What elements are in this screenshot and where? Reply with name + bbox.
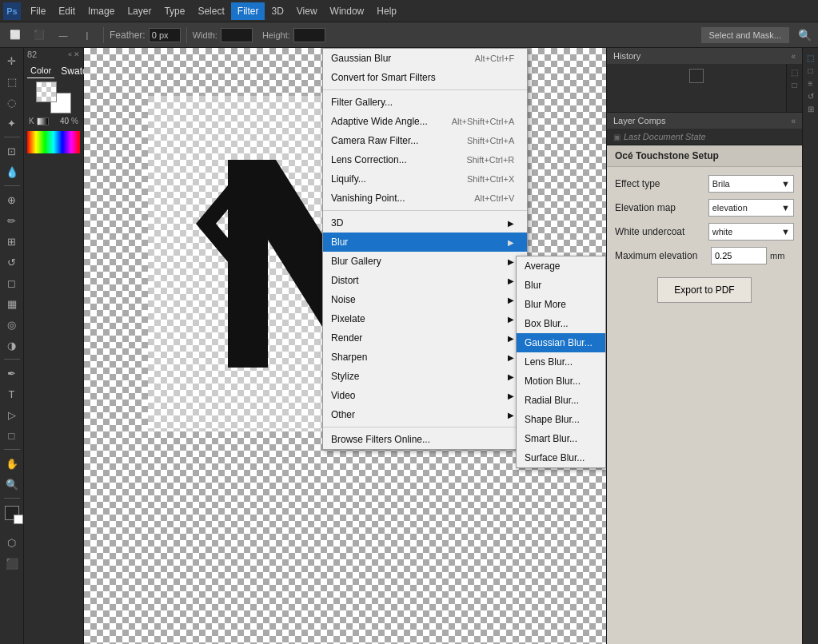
gradient-tool[interactable]: ▦ bbox=[2, 294, 22, 313]
width-input[interactable] bbox=[221, 28, 253, 42]
menu-layer[interactable]: Layer bbox=[121, 2, 158, 20]
menu-lens-correction[interactable]: Lens Correction... Shift+Ctrl+R bbox=[323, 150, 527, 169]
text-tool[interactable]: T bbox=[2, 384, 22, 403]
select-mask-button[interactable]: Select and Mask... bbox=[701, 27, 790, 43]
menu-3d-item[interactable]: 3D ▶ bbox=[323, 213, 527, 233]
oce-max-elevation-input[interactable] bbox=[711, 247, 767, 264]
blur-motion[interactable]: Motion Blur... bbox=[517, 372, 605, 391]
menu-view[interactable]: View bbox=[290, 2, 324, 20]
healing-tool[interactable]: ⊕ bbox=[2, 190, 22, 209]
color-gradient[interactable] bbox=[27, 131, 80, 153]
selection-tool[interactable]: ⬚ bbox=[2, 72, 22, 91]
magic-wand-tool[interactable]: ✦ bbox=[2, 113, 22, 133]
pen-tool[interactable]: ✒ bbox=[2, 364, 22, 383]
panel-close[interactable]: ✕ bbox=[74, 50, 80, 58]
oce-elevation-map-select[interactable]: elevation ▼ bbox=[708, 199, 794, 217]
mini-panel-btn2[interactable]: □ bbox=[804, 64, 817, 77]
menu-sharpen-item[interactable]: Sharpen ▶ bbox=[323, 348, 527, 367]
menu-liquify[interactable]: Liquify... Shift+Ctrl+X bbox=[323, 169, 527, 189]
mini-panel-btn4[interactable]: ↺ bbox=[804, 89, 817, 102]
history-brush-tool[interactable]: ↺ bbox=[2, 252, 22, 272]
oce-white-undercoat-select[interactable]: white ▼ bbox=[708, 223, 794, 241]
move-tool[interactable]: ✛ bbox=[2, 51, 22, 70]
single-col-tool[interactable]: | bbox=[77, 26, 98, 44]
feather-field: Feather: bbox=[110, 28, 181, 42]
menu-image[interactable]: Image bbox=[82, 2, 121, 20]
screen-mode-btn[interactable]: ⬛ bbox=[2, 554, 22, 573]
menu-distort-item[interactable]: Distort ▶ bbox=[323, 271, 527, 290]
blur-gaussian[interactable]: Gaussian Blur... bbox=[517, 333, 605, 352]
blur-smart[interactable]: Smart Blur... bbox=[517, 429, 605, 448]
mini-panel-btn5[interactable]: ⊞ bbox=[804, 102, 817, 115]
menu-convert-smart[interactable]: Convert for Smart Filters bbox=[323, 68, 527, 87]
blur-more[interactable]: Blur More bbox=[517, 295, 605, 314]
menu-render-item[interactable]: Render ▶ bbox=[323, 328, 527, 348]
dodge-tool[interactable]: ◑ bbox=[2, 336, 22, 355]
panel-collapse-left[interactable]: « bbox=[68, 50, 72, 58]
brush-tool[interactable]: ✏ bbox=[2, 211, 22, 230]
rect-select-tool[interactable]: ⬜ bbox=[5, 26, 26, 44]
quick-mask-btn[interactable]: ⬡ bbox=[2, 533, 22, 552]
hand-tool[interactable]: ✋ bbox=[2, 454, 22, 473]
height-input[interactable] bbox=[293, 28, 325, 42]
ellipse-select-tool[interactable]: ⬛ bbox=[29, 26, 50, 44]
menu-browse-filters[interactable]: Browse Filters Online... bbox=[323, 430, 527, 449]
menu-gaussian-blur-top[interactable]: Gaussian Blur Alt+Ctrl+F bbox=[323, 49, 527, 68]
menu-edit[interactable]: Edit bbox=[52, 2, 82, 20]
menu-camera-raw[interactable]: Camera Raw Filter... Shift+Ctrl+A bbox=[323, 131, 527, 150]
blur-lens[interactable]: Lens Blur... bbox=[517, 352, 605, 372]
menu-stylize-item[interactable]: Stylize ▶ bbox=[323, 367, 527, 386]
mini-panel-btn1[interactable]: ⬚ bbox=[804, 51, 817, 64]
blur-tool[interactable]: ◎ bbox=[2, 315, 22, 334]
menu-type[interactable]: Type bbox=[158, 2, 191, 20]
history-brush-icon[interactable] bbox=[689, 69, 704, 83]
foreground-swatch[interactable] bbox=[36, 81, 57, 102]
menu-3d[interactable]: 3D bbox=[265, 2, 289, 20]
lasso-tool[interactable]: ◌ bbox=[2, 93, 22, 112]
blur-average[interactable]: Average bbox=[517, 256, 605, 276]
menu-blur-item[interactable]: Blur ▶ bbox=[323, 233, 527, 252]
mini-panel-btn3[interactable]: ≡ bbox=[804, 77, 817, 89]
foreground-color-btn[interactable] bbox=[5, 506, 19, 520]
menu-filter-gallery[interactable]: Filter Gallery... bbox=[323, 93, 527, 112]
zoom-tool[interactable]: 🔍 bbox=[2, 475, 22, 494]
menu-other-item[interactable]: Other ▶ bbox=[323, 405, 527, 424]
single-row-tool[interactable]: — bbox=[53, 26, 74, 44]
oce-effect-type-select[interactable]: Brila ▼ bbox=[708, 175, 794, 193]
layer-comp-label: Last Document State bbox=[624, 132, 706, 141]
history-mini-btn2[interactable]: □ bbox=[788, 78, 801, 91]
menu-noise-item[interactable]: Noise ▶ bbox=[323, 290, 527, 309]
shape-tool[interactable]: □ bbox=[2, 426, 22, 445]
blur-surface[interactable]: Surface Blur... bbox=[517, 448, 605, 467]
eyedropper-tool[interactable]: 💧 bbox=[2, 162, 22, 181]
menu-blur-gallery-item[interactable]: Blur Gallery ▶ bbox=[323, 252, 527, 271]
menu-adaptive-wide[interactable]: Adaptive Wide Angle... Alt+Shift+Ctrl+A bbox=[323, 112, 527, 131]
k-slider[interactable] bbox=[37, 117, 49, 125]
layer-comp-item[interactable]: ▣ Last Document State bbox=[607, 129, 802, 145]
menu-select[interactable]: Select bbox=[191, 2, 230, 20]
history-mini-btn1[interactable]: ⬚ bbox=[788, 66, 801, 78]
search-button[interactable]: 🔍 bbox=[796, 26, 813, 44]
menu-vanishing-point[interactable]: Vanishing Point... Alt+Ctrl+V bbox=[323, 189, 527, 208]
feather-input[interactable] bbox=[149, 28, 181, 42]
white-undercoat-chevron: ▼ bbox=[781, 227, 790, 237]
crop-tool[interactable]: ⊡ bbox=[2, 141, 22, 161]
path-select-tool[interactable]: ▷ bbox=[2, 405, 22, 424]
menu-filter[interactable]: Filter bbox=[231, 2, 265, 20]
blur-blur[interactable]: Blur bbox=[517, 276, 605, 295]
blur-box[interactable]: Box Blur... bbox=[517, 314, 605, 333]
layer-comps-collapse[interactable]: « bbox=[791, 117, 796, 125]
eraser-tool[interactable]: ◻ bbox=[2, 273, 22, 292]
history-collapse-btn[interactable]: « bbox=[791, 52, 796, 61]
menu-pixelate-item[interactable]: Pixelate ▶ bbox=[323, 309, 527, 328]
color-tab[interactable]: Color bbox=[27, 64, 54, 78]
clone-tool[interactable]: ⊞ bbox=[2, 232, 22, 251]
export-pdf-button[interactable]: Export to PDF bbox=[657, 277, 751, 303]
blur-shape[interactable]: Shape Blur... bbox=[517, 410, 605, 429]
layer-comps-panel: Layer Comps « ▣ Last Document State bbox=[607, 113, 802, 145]
menu-video-item[interactable]: Video ▶ bbox=[323, 386, 527, 405]
blur-radial[interactable]: Radial Blur... bbox=[517, 391, 605, 410]
menu-help[interactable]: Help bbox=[370, 2, 403, 20]
menu-window[interactable]: Window bbox=[324, 2, 371, 20]
menu-file[interactable]: File bbox=[24, 2, 52, 20]
